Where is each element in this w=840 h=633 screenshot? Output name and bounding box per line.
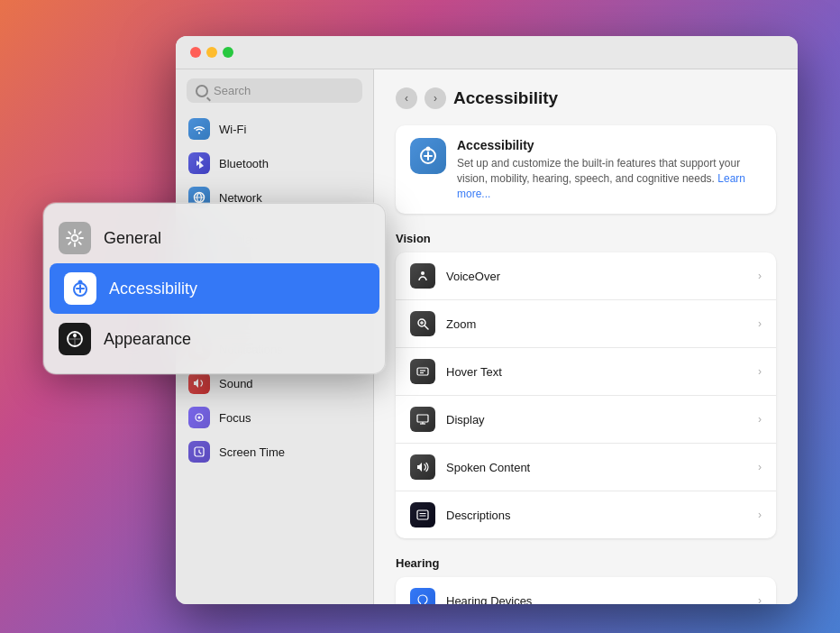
descriptions-icon — [410, 502, 435, 528]
maximize-button[interactable] — [223, 47, 233, 58]
descriptions-label: Descriptions — [446, 509, 747, 522]
content-area: ‹ › Accessibility Accessibility Set up a… — [374, 69, 798, 604]
svg-point-33 — [73, 334, 77, 337]
hearing-devices-icon — [410, 588, 435, 604]
general-popup-icon — [59, 222, 91, 254]
screentime-icon — [188, 441, 210, 463]
hearing-devices-label: Hearing Devices — [446, 594, 747, 604]
svg-point-6 — [198, 417, 201, 419]
voiceover-label: VoiceOver — [446, 270, 747, 283]
chevron-icon: › — [758, 509, 762, 521]
svg-line-12 — [425, 326, 429, 330]
sidebar-label-wifi: Wi-Fi — [219, 123, 246, 136]
chevron-icon: › — [758, 270, 762, 282]
close-button[interactable] — [190, 47, 201, 58]
accessibility-header-icon — [410, 138, 446, 174]
sidebar-label-sound: Sound — [219, 377, 253, 390]
voiceover-icon — [410, 263, 435, 289]
header-text: Accessibility Set up and customize the b… — [457, 138, 762, 201]
chevron-icon: › — [758, 461, 762, 473]
popup-item-accessibility[interactable]: Accessibility — [50, 263, 379, 314]
back-button[interactable]: ‹ — [396, 87, 417, 109]
page-title: Accessibility — [453, 88, 558, 108]
zoom-row[interactable]: Zoom › — [396, 300, 776, 348]
popup-label-general: General — [104, 229, 161, 248]
hearing-devices-row[interactable]: Hearing Devices › — [396, 577, 776, 604]
sidebar-label-bluetooth: Bluetooth — [219, 157, 269, 170]
svg-rect-18 — [417, 415, 428, 422]
bluetooth-icon — [188, 152, 210, 174]
spoken-content-icon — [410, 454, 435, 480]
sidebar-item-focus[interactable]: Focus — [176, 400, 373, 435]
vision-settings-group: VoiceOver › Zoom › — [396, 252, 776, 538]
hearing-section-title: Hearing — [396, 556, 776, 570]
hearing-settings-group: Hearing Devices › Audio › — [396, 577, 776, 604]
chevron-icon: › — [758, 413, 762, 426]
sidebar-item-bluetooth[interactable]: Bluetooth — [176, 146, 373, 180]
svg-rect-21 — [417, 510, 428, 519]
header-title: Accessibility — [457, 138, 762, 152]
svg-point-10 — [421, 271, 425, 275]
search-placeholder: Search — [214, 84, 251, 97]
minimize-button[interactable] — [206, 47, 217, 58]
header-desc: Set up and customize the built-in featur… — [457, 156, 762, 201]
focus-icon — [188, 407, 210, 428]
hover-text-icon — [410, 359, 435, 384]
svg-rect-15 — [417, 368, 428, 375]
popup-label-appearance: Appearance — [104, 330, 191, 349]
hover-text-row[interactable]: Hover Text › — [396, 348, 776, 396]
chevron-icon: › — [758, 594, 762, 604]
hover-text-label: Hover Text — [446, 365, 747, 379]
spoken-content-label: Spoken Content — [446, 461, 747, 474]
sidebar-item-screentime[interactable]: Screen Time — [176, 435, 373, 469]
appearance-popup-icon — [59, 323, 91, 355]
display-icon — [410, 407, 435, 432]
svg-point-29 — [72, 235, 78, 242]
chevron-icon: › — [758, 317, 762, 330]
vision-section-title: Vision — [396, 232, 776, 245]
voiceover-row[interactable]: VoiceOver › — [396, 252, 776, 300]
zoom-icon — [410, 311, 435, 336]
accessibility-popup-icon — [64, 272, 96, 305]
traffic-lights — [190, 47, 233, 58]
popup-menu: General Accessibility Appearance — [43, 203, 386, 374]
spoken-content-row[interactable]: Spoken Content › — [396, 444, 776, 491]
popup-label-accessibility: Accessibility — [109, 280, 197, 298]
popup-item-appearance[interactable]: Appearance — [44, 314, 385, 364]
descriptions-row[interactable]: Descriptions › — [396, 491, 776, 538]
sidebar-item-wifi[interactable]: Wi-Fi — [176, 112, 373, 146]
chevron-icon: › — [758, 365, 762, 378]
sound-icon — [188, 372, 210, 394]
sidebar-label-screentime: Screen Time — [219, 445, 285, 459]
search-icon — [196, 85, 208, 97]
search-bar[interactable]: Search — [187, 78, 362, 103]
display-label: Display — [446, 413, 747, 427]
wifi-icon — [188, 118, 210, 140]
accessibility-header-card: Accessibility Set up and customize the b… — [396, 125, 776, 214]
forward-button[interactable]: › — [425, 87, 446, 109]
display-row[interactable]: Display › — [396, 396, 776, 444]
popup-item-general[interactable]: General — [44, 213, 385, 263]
sidebar-label-focus: Focus — [219, 411, 251, 425]
zoom-label: Zoom — [446, 317, 747, 331]
